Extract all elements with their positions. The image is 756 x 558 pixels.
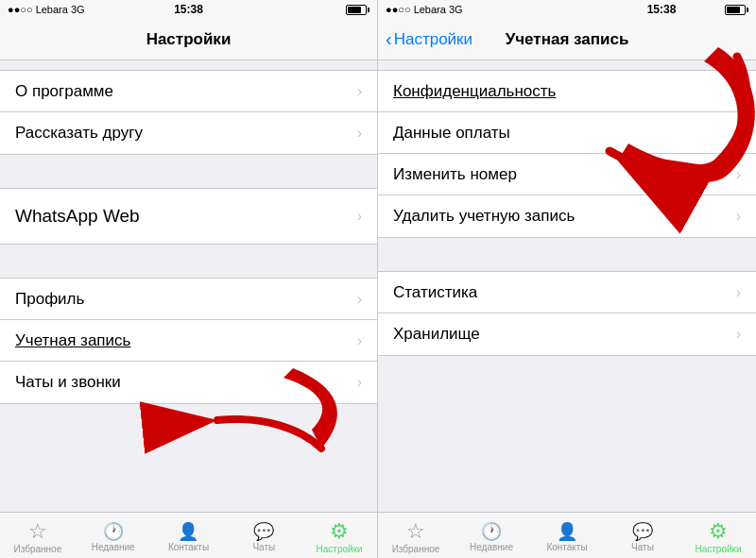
tab-chats-right[interactable]: 💬 Чаты xyxy=(605,513,680,558)
tab-recent-left[interactable]: 🕐 Недавние xyxy=(76,513,151,558)
nav-bar-right: ‹ Настройки Учетная запись xyxy=(378,19,756,60)
carrier-right: ●●○○ Lebara 3G xyxy=(386,4,463,15)
nav-bar-left: Настройки xyxy=(0,19,377,60)
tab-chats-left[interactable]: 💬 Чаты xyxy=(226,513,301,558)
about-chevron: › xyxy=(357,83,362,100)
chats-tab-label-left: Чаты xyxy=(252,542,275,552)
settings-label-left: Настройки xyxy=(317,544,363,554)
recent-label-left: Недавние xyxy=(92,542,135,552)
right-list-group-1: Конфиденциальность › Данные оплаты › Изм… xyxy=(378,70,756,238)
tab-bar-left: ☆ Избранное 🕐 Недавние 👤 Контакты 💬 Чаты… xyxy=(0,512,377,558)
chats-label: Чаты и звонки xyxy=(15,373,121,392)
list-item-delete-account[interactable]: Удалить учетную запись › xyxy=(378,195,756,237)
recent-icon-right: 🕐 xyxy=(481,523,502,540)
settings-icon-left: ⚙ xyxy=(330,521,349,542)
storage-chevron: › xyxy=(736,326,741,343)
whatsapp-web-chevron: › xyxy=(357,208,362,225)
tab-bar-right: ☆ Избранное 🕐 Недавние 👤 Контакты 💬 Чаты… xyxy=(378,512,756,558)
right-panel: ●●○○ Lebara 3G 15:38 ‹ Настройки Учетная… xyxy=(378,0,756,558)
profile-chevron: › xyxy=(357,291,362,308)
tab-favorites-right[interactable]: ☆ Избранное xyxy=(378,513,454,558)
tab-settings-left[interactable]: ⚙ Настройки xyxy=(301,513,377,558)
left-nav-title: Настройки xyxy=(146,30,232,49)
delete-account-label: Удалить учетную запись xyxy=(393,207,575,226)
chats-chevron: › xyxy=(357,374,362,391)
time-right: 15:38 xyxy=(647,3,677,16)
payment-label: Данные оплаты xyxy=(393,124,510,143)
status-bar-right: ●●○○ Lebara 3G 15:38 xyxy=(378,0,756,19)
settings-content-left: О программе › Рассказать другу › WhatsAp… xyxy=(0,60,377,512)
settings-icon-right: ⚙ xyxy=(709,521,728,542)
tab-contacts-right[interactable]: 👤 Контакты xyxy=(529,513,605,558)
tab-settings-right[interactable]: ⚙ Настройки xyxy=(680,513,756,558)
whatsapp-web-label: WhatsApp Web xyxy=(15,206,140,227)
account-chevron: › xyxy=(357,332,362,349)
back-chevron-icon: ‹ xyxy=(386,28,392,50)
about-label: О программе xyxy=(15,82,113,101)
list-item-chats[interactable]: Чаты и звонки › xyxy=(0,362,377,403)
favorites-icon-right: ☆ xyxy=(406,521,425,542)
profile-label: Профиль xyxy=(15,290,84,309)
delete-account-chevron: › xyxy=(736,208,741,225)
list-item-whatsapp-web[interactable]: WhatsApp Web › xyxy=(0,189,377,244)
chats-icon-left: 💬 xyxy=(253,523,274,540)
statistics-label: Статистика xyxy=(393,283,477,302)
list-item-profile[interactable]: Профиль › xyxy=(0,279,377,320)
storage-label: Хранилище xyxy=(393,325,480,344)
favorites-label-right: Избранное xyxy=(392,544,440,554)
privacy-chevron: › xyxy=(736,83,741,100)
list-item-tell-friend[interactable]: Рассказать другу › xyxy=(0,112,377,154)
contacts-label-left: Контакты xyxy=(168,542,209,552)
chats-tab-label-right: Чаты xyxy=(631,542,654,552)
tell-friend-chevron: › xyxy=(357,125,362,142)
favorites-label-left: Избранное xyxy=(14,544,62,554)
list-group-1: О программе › Рассказать другу › xyxy=(0,70,377,155)
right-list-group-2: Статистика › Хранилище › xyxy=(378,271,756,356)
list-item-payment[interactable]: Данные оплаты › xyxy=(378,112,756,154)
account-label: Учетная запись xyxy=(15,331,130,350)
change-number-label: Изменить номер xyxy=(393,165,517,184)
right-gap2 xyxy=(378,238,756,271)
back-label: Настройки xyxy=(394,30,472,49)
list-item-change-number[interactable]: Изменить номер › xyxy=(378,154,756,195)
right-nav-title: Учетная запись xyxy=(506,30,629,49)
right-gap1 xyxy=(378,60,756,70)
list-item-about[interactable]: О программе › xyxy=(0,71,377,112)
tab-favorites-left[interactable]: ☆ Избранное xyxy=(0,513,76,558)
list-group-2: WhatsApp Web › xyxy=(0,188,377,245)
settings-content-right: Конфиденциальность › Данные оплаты › Изм… xyxy=(378,60,756,512)
gap3 xyxy=(0,245,377,278)
change-number-chevron: › xyxy=(736,166,741,183)
time-left: 15:38 xyxy=(174,3,203,16)
recent-icon-left: 🕐 xyxy=(103,523,124,540)
tab-recent-right[interactable]: 🕐 Недавние xyxy=(454,513,529,558)
list-item-statistics[interactable]: Статистика › xyxy=(378,272,756,313)
list-item-account[interactable]: Учетная запись › xyxy=(0,320,377,362)
statistics-chevron: › xyxy=(736,284,741,301)
list-item-storage[interactable]: Хранилище › xyxy=(378,313,756,355)
contacts-icon-left: 👤 xyxy=(178,523,198,540)
privacy-label: Конфиденциальность xyxy=(393,82,556,101)
battery-left xyxy=(346,4,369,15)
contacts-label-right: Контакты xyxy=(546,542,587,552)
payment-chevron: › xyxy=(736,125,741,142)
list-group-3: Профиль › Учетная запись › Чаты и звонки… xyxy=(0,278,377,404)
favorites-icon-left: ☆ xyxy=(28,521,47,542)
settings-label-right: Настройки xyxy=(695,544,741,554)
chats-icon-right: 💬 xyxy=(632,523,653,540)
back-button[interactable]: ‹ Настройки xyxy=(386,28,472,50)
gap2 xyxy=(0,155,377,188)
contacts-icon-right: 👤 xyxy=(557,523,577,540)
tell-friend-label: Рассказать другу xyxy=(15,124,143,143)
left-panel: ●●○○ Lebara 3G 15:38 Настройки О програм… xyxy=(0,0,378,558)
battery-right xyxy=(725,4,748,15)
tab-contacts-left[interactable]: 👤 Контакты xyxy=(151,513,227,558)
carrier-left: ●●○○ Lebara 3G xyxy=(8,4,85,15)
list-item-privacy[interactable]: Конфиденциальность › xyxy=(378,71,756,112)
gap1 xyxy=(0,60,377,70)
status-bar-left: ●●○○ Lebara 3G 15:38 xyxy=(0,0,377,19)
recent-label-right: Недавние xyxy=(470,542,513,552)
